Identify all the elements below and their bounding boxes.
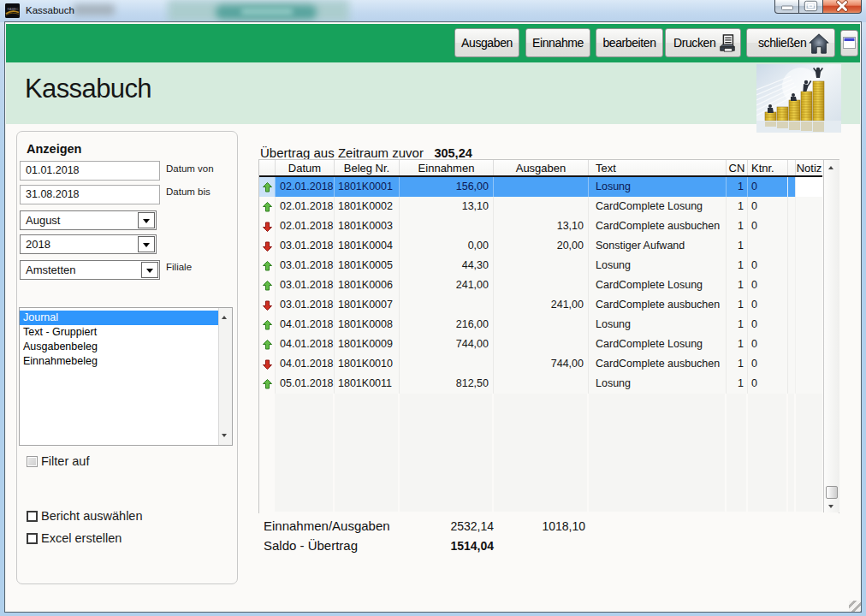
svg-text:RAMEC: RAMEC (8, 8, 19, 11)
